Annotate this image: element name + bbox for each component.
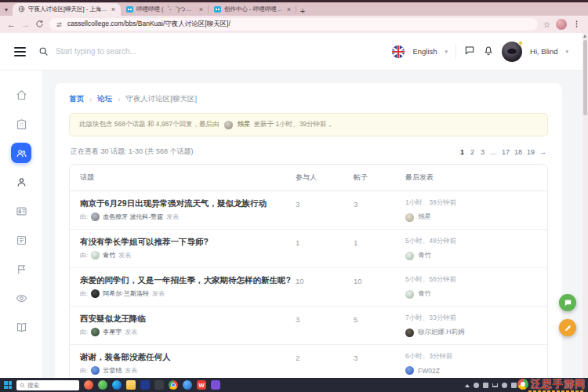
browser-menu-icon[interactable] [572, 17, 581, 31]
taskbar-edge-icon[interactable] [112, 380, 122, 390]
tray-input-icon[interactable] [502, 383, 507, 388]
tray-expand-icon[interactable] [465, 384, 470, 387]
taskbar-app-icon[interactable] [154, 380, 164, 390]
author-link[interactable]: 李星宇 [103, 328, 122, 336]
new-tab-button[interactable]: + [296, 6, 309, 16]
search-input[interactable] [56, 47, 228, 56]
user-avatar[interactable] [502, 42, 522, 62]
taskbar-app-icon[interactable] [211, 380, 220, 390]
wechat-float-button[interactable] [559, 294, 576, 311]
browser-profile-avatar[interactable] [556, 19, 567, 30]
topic-title-link[interactable]: 谢谢，装备部没惹任何人 [80, 352, 296, 362]
url-text[interactable]: cassellcollege.com/bbs/BanKuai/守夜人讨论区[聊天… [67, 20, 230, 29]
tab-close-icon[interactable]: × [287, 5, 291, 13]
last-user-link[interactable]: 青竹 [418, 251, 431, 260]
page-number[interactable]: 18 [514, 148, 522, 156]
tab-close-icon[interactable]: × [111, 5, 115, 13]
tray-network-icon[interactable] [474, 383, 479, 388]
taskbar-chrome-icon[interactable] [169, 380, 178, 390]
sidebar-item-library[interactable] [11, 317, 31, 337]
participants-count: 2 [296, 352, 354, 362]
start-button[interactable] [4, 381, 12, 389]
last-user-link[interactable]: 烛星 [418, 212, 431, 222]
sidebar-item-flag[interactable] [11, 259, 31, 279]
tray-settings-icon[interactable] [511, 383, 517, 388]
search-icon [38, 46, 49, 56]
taskbar-explorer-icon[interactable] [126, 380, 136, 390]
language-selector[interactable]: English [412, 47, 437, 56]
participants-count: 3 [296, 314, 354, 324]
last-post-time: 7小时、33分钟前 [405, 314, 537, 323]
forward-button[interactable]: → [21, 20, 30, 29]
uk-flag-icon [392, 45, 405, 58]
topic-title-link[interactable]: 西安疑似龙王降临 [80, 314, 296, 324]
taskbar-browser-icon[interactable] [84, 380, 93, 390]
byline-suffix: 发表 [125, 328, 137, 336]
taskbar-qq-icon[interactable] [183, 380, 192, 390]
sidebar-item-campus[interactable] [11, 114, 31, 134]
last-user-link[interactable]: 穆尔妲娜.H莉姆 [418, 328, 465, 337]
browser-tab-forum[interactable]: 守夜人讨论区[聊天区] - 上海… × [13, 3, 121, 16]
menu-hamburger-icon[interactable] [14, 47, 26, 56]
notice-user-link[interactable]: 烛星 [238, 120, 251, 129]
site-settings-icon[interactable] [56, 21, 63, 28]
tab-bar: ▾ 守夜人讨论区[聊天区] - 上海… × 哔哩哔哩 (゜-゜)つロ 干杯~-b… [0, 0, 588, 16]
last-user-link[interactable]: FW02Z [418, 367, 440, 375]
scrollbar-thumb[interactable] [583, 40, 587, 115]
author-link[interactable]: 云堂结 [103, 366, 122, 375]
chevron-down-icon[interactable]: ▾ [565, 49, 568, 55]
browser-tab-creator-center[interactable]: 创作中心 - 哔哩哔哩弹幕视频… × [209, 3, 296, 16]
scrollbar[interactable] [583, 33, 588, 378]
author-link[interactable]: 阿希尔·兰斯洛特 [103, 289, 149, 298]
last-user-link[interactable]: 青竹 [418, 289, 431, 299]
sidebar-item-id-card[interactable] [11, 201, 31, 221]
user-greeting[interactable]: Hi, Blind [530, 47, 557, 56]
notifications-bell-icon[interactable] [483, 45, 494, 59]
back-button[interactable]: ← [7, 20, 16, 29]
taskbar-wechat-icon[interactable] [98, 380, 107, 390]
topic-title-link[interactable]: 亲爱的同学们，又是一年招生季，大家期待怎样的新生呢? [80, 275, 296, 285]
page-number[interactable]: 19 [527, 148, 535, 156]
compose-float-button[interactable] [559, 319, 576, 336]
taskbar-search-input[interactable] [27, 382, 76, 389]
breadcrumb: 首页 › 论坛 › 守夜人讨论区[聊天区] [69, 94, 548, 104]
posts-count: 10 [354, 275, 405, 285]
divider [456, 45, 456, 59]
sidebar-item-members[interactable] [11, 172, 31, 192]
taskbar-wps-icon[interactable]: W [197, 380, 206, 390]
scroll-up-icon[interactable] [583, 34, 586, 38]
page-number[interactable]: 2 [470, 148, 475, 156]
tray-volume-icon[interactable] [492, 383, 498, 387]
breadcrumb-forum-link[interactable]: 论坛 [97, 94, 112, 104]
system-tray [465, 383, 517, 388]
page-number[interactable]: 17 [502, 148, 510, 156]
author-avatar [91, 289, 100, 298]
url-field[interactable]: cassellcollege.com/bbs/BanKuai/守夜人讨论区[聊天… [49, 18, 538, 31]
sidebar-item-watch[interactable] [11, 288, 31, 308]
taskbar-search[interactable] [16, 380, 79, 390]
reload-button[interactable] [35, 20, 44, 30]
tab-search-chevron-icon[interactable]: ▾ [0, 4, 13, 16]
breadcrumb-home-link[interactable]: 首页 [69, 94, 84, 104]
page-number-current[interactable]: 1 [459, 148, 465, 156]
table-row: 西安疑似龙王降临 由: 李星宇 发表 3 5 7小时、33分钟前 穆尔妲娜.H莉… [70, 307, 547, 345]
author-link[interactable]: 青竹 [103, 251, 115, 260]
online-status-dot [518, 41, 523, 45]
topic-title-link[interactable]: 有没有学长学姐可以推荐一下导师? [80, 237, 296, 247]
page-number[interactable]: 3 [480, 148, 485, 156]
taskbar-app-icon[interactable] [140, 380, 150, 390]
forum-card: 首页 › 论坛 › 守夜人讨论区[聊天区] 此版块包含 568个话题 和 4,9… [55, 83, 562, 378]
bookmark-star-icon[interactable]: ☆ [543, 20, 550, 29]
messages-icon[interactable] [464, 45, 475, 59]
sidebar-item-news[interactable] [11, 230, 31, 250]
sidebar-item-forum-active[interactable] [11, 143, 31, 163]
browser-tab-bilibili[interactable]: 哔哩哔哩 (゜-゜)つロ 干杯~-b… × [121, 3, 209, 16]
topic-title-link[interactable]: 南京于6月29日出现异常强对流天气，疑似龙族行动 [80, 198, 296, 209]
sidebar-item-home[interactable] [11, 85, 31, 105]
tab-close-icon[interactable]: × [199, 5, 203, 13]
pagination-next-icon[interactable]: → [539, 148, 546, 156]
chevron-down-icon[interactable]: ▾ [445, 49, 448, 55]
author-avatar [91, 212, 100, 221]
author-link[interactable]: 血色獠牙 波伦科-赞霆 [103, 212, 163, 221]
tray-app-icon[interactable] [483, 383, 488, 388]
